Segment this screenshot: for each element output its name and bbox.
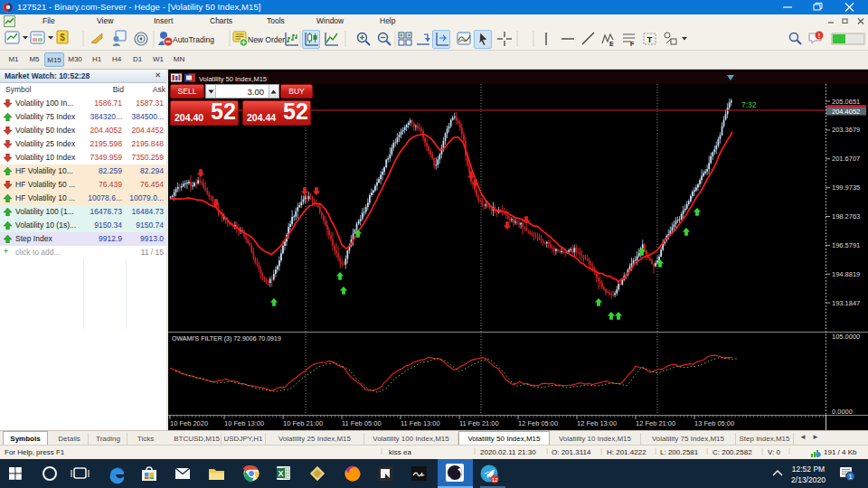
- svg-text:203.3679: 203.3679: [832, 126, 860, 134]
- svg-text:F: F: [630, 41, 635, 47]
- svg-text:13 Feb 05:00: 13 Feb 05:00: [694, 419, 734, 427]
- svg-text:10 Feb 2020: 10 Feb 2020: [170, 419, 208, 427]
- svg-text:12:52 PM: 12:52 PM: [792, 465, 825, 474]
- svg-text:T: T: [647, 35, 653, 44]
- svg-text:194.8819: 194.8819: [832, 270, 860, 278]
- svg-text:10 Feb 13:00: 10 Feb 13:00: [224, 419, 264, 427]
- svg-text:7:32: 7:32: [741, 100, 757, 109]
- svg-text:10 Feb 21:00: 10 Feb 21:00: [283, 419, 323, 427]
- svg-text:$: $: [60, 33, 65, 42]
- svg-text:11 Feb 13:00: 11 Feb 13:00: [401, 419, 440, 427]
- svg-text:New Order: New Order: [248, 35, 285, 44]
- svg-text:201.6707: 201.6707: [832, 155, 860, 163]
- svg-text:12: 12: [492, 477, 498, 483]
- svg-text:11 Feb 05:00: 11 Feb 05:00: [342, 419, 382, 427]
- svg-text:AutoTrading: AutoTrading: [173, 35, 214, 44]
- svg-text:105.0000: 105.0000: [832, 333, 860, 341]
- svg-text:Volatility 50 Index,M15: Volatility 50 Index,M15: [199, 75, 267, 83]
- svg-text:196.5791: 196.5791: [832, 241, 860, 249]
- svg-text:193.1847: 193.1847: [832, 299, 860, 307]
- svg-text:0.0000: 0.0000: [832, 408, 853, 416]
- svg-text:X: X: [278, 469, 283, 478]
- svg-text:199.9735: 199.9735: [832, 183, 860, 192]
- svg-text:204.4052: 204.4052: [832, 108, 860, 116]
- svg-text:12 Feb 05:00: 12 Feb 05:00: [518, 419, 558, 427]
- svg-text:12 Feb 13:00: 12 Feb 13:00: [577, 419, 617, 427]
- svg-text:11 Feb 21:00: 11 Feb 21:00: [459, 419, 499, 427]
- svg-text:12 Feb 21:00: 12 Feb 21:00: [636, 419, 675, 427]
- svg-text:!: !: [818, 33, 820, 39]
- svg-text:1: 1: [848, 473, 852, 481]
- svg-text:198.2763: 198.2763: [832, 212, 860, 221]
- svg-text:2/13/2020: 2/13/2020: [791, 475, 826, 484]
- svg-text:205.0651: 205.0651: [832, 98, 860, 106]
- svg-text:E: E: [609, 41, 614, 47]
- svg-text:OWAMI'S FILTER (3) 72.9006 70.: OWAMI'S FILTER (3) 72.9006 70.0919: [172, 335, 281, 343]
